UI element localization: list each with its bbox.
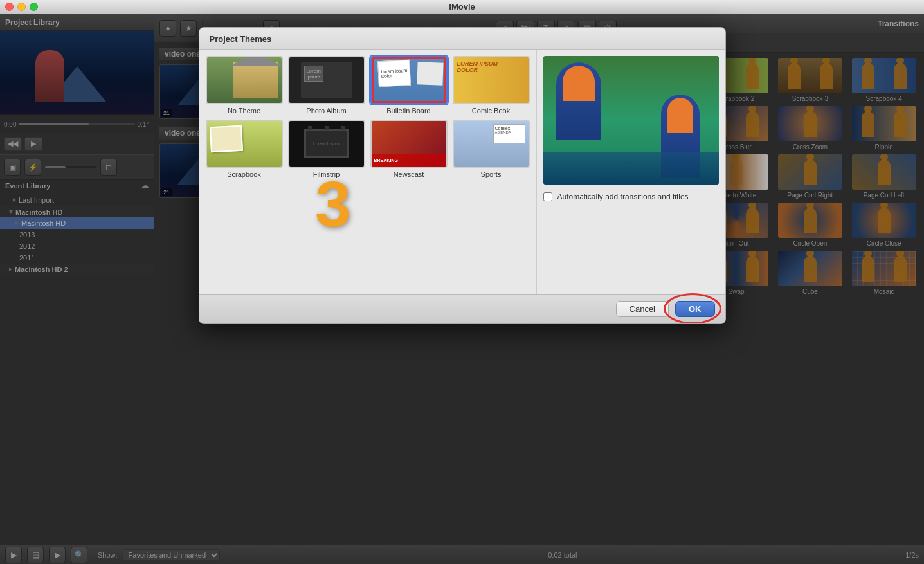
theme-scrapbook[interactable]: Scrapbook [206, 120, 283, 178]
theme-newscast[interactable]: BREAKING Newscast [370, 120, 448, 178]
dialog-preview-photo [543, 56, 719, 185]
dialog-header: Project Themes [199, 28, 725, 50]
theme-label-no-theme: No Theme [228, 107, 260, 114]
auto-transitions-row: Automatically add transitions and titles [543, 192, 719, 201]
theme-thumb-comic-book: LOREM IPSUMDOLOR [453, 56, 530, 104]
dialog-title: Project Themes [210, 34, 272, 44]
theme-thumb-filmstrip: Lorem Ipsum [288, 120, 365, 168]
theme-label-sports: Sports [481, 170, 502, 178]
zoom-button[interactable] [30, 3, 38, 11]
theme-no-theme[interactable]: No Theme [206, 56, 283, 114]
dialog-body: No Theme LoremIpsum Photo Album [199, 50, 725, 294]
house-icon [233, 62, 278, 98]
theme-label-bulletin-board: Bulletin Board [386, 107, 431, 114]
traffic-lights [5, 3, 38, 11]
auto-transitions-label: Automatically add transitions and titles [557, 192, 689, 201]
dialog-preview-section: Automatically add transitions and titles [537, 50, 725, 294]
theme-label-comic-book: Comic Book [472, 107, 510, 114]
ok-button-wrapper: OK [675, 301, 715, 317]
dialog-footer: Cancel OK [199, 294, 725, 323]
ok-button[interactable]: OK [675, 301, 715, 317]
auto-transitions-checkbox[interactable] [543, 192, 552, 201]
titlebar: iMovie [0, 0, 924, 14]
dialog-overlay: Project Themes No Theme [0, 14, 924, 564]
theme-comic-book[interactable]: LOREM IPSUMDOLOR Comic Book [453, 56, 530, 114]
cancel-button[interactable]: Cancel [616, 301, 669, 317]
theme-sports[interactable]: Comlex AGENDA Sports [453, 120, 530, 178]
themes-grid: No Theme LoremIpsum Photo Album [206, 56, 530, 178]
theme-label-filmstrip: Filmstrip [313, 170, 340, 178]
theme-thumb-sports: Comlex AGENDA [453, 120, 530, 168]
theme-label-photo-album: Photo Album [306, 107, 346, 114]
theme-thumb-newscast: BREAKING [370, 120, 448, 168]
theme-label-newscast: Newscast [394, 170, 424, 178]
themes-section: No Theme LoremIpsum Photo Album [199, 50, 537, 294]
theme-filmstrip[interactable]: Lorem Ipsum Filmstrip [288, 120, 365, 178]
kayak-scene [543, 56, 719, 185]
project-themes-dialog: Project Themes No Theme [199, 27, 726, 324]
theme-label-scrapbook: Scrapbook [227, 170, 261, 178]
theme-photo-album[interactable]: LoremIpsum Photo Album [288, 56, 365, 114]
theme-bulletin-board[interactable]: Lorem IpsumDolor Bulletin Board [370, 56, 448, 114]
theme-thumb-scrapbook [206, 120, 283, 168]
close-button[interactable] [5, 3, 14, 11]
theme-thumb-photo-album: LoremIpsum [288, 56, 365, 104]
theme-thumb-no-theme [206, 56, 283, 104]
theme-thumb-bulletin-board: Lorem IpsumDolor [370, 56, 448, 104]
minimize-button[interactable] [17, 3, 26, 11]
app-title: iMovie [449, 2, 475, 12]
